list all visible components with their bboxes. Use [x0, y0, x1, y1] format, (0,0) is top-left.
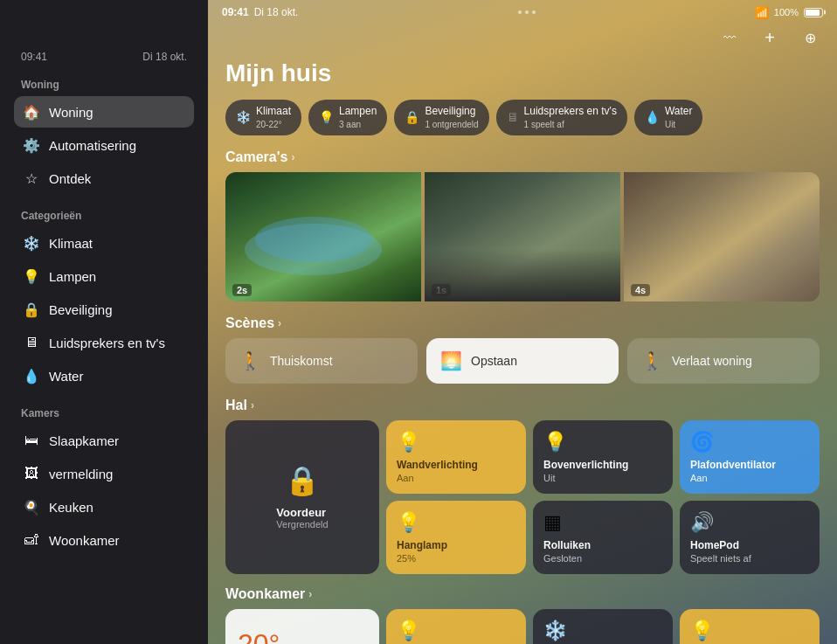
chip-icon-klimaat: ❄️: [236, 110, 251, 124]
cameras-header[interactable]: Camera's ›: [225, 149, 820, 165]
sidebar-item-vermelding[interactable]: 🖼vermelding: [14, 458, 194, 489]
sidebar-item-beveiliging[interactable]: 🔒Beveiliging: [14, 294, 194, 325]
waveform-button[interactable]: 〰: [716, 24, 743, 51]
devices-grid-hal: 🔒 Voordeur Vergrendeld 💡 Wandverlichting…: [225, 420, 820, 575]
device-icon-rolluiken: ▦: [543, 511, 662, 534]
sidebar-item-woning[interactable]: 🏠Woning: [14, 96, 194, 128]
camera-time-1: 2s: [232, 284, 252, 296]
device-status-homepod: Speelt niets af: [690, 553, 809, 564]
chip-text-water: WaterUit: [665, 105, 693, 130]
sidebar-section-label-categorieën: Categorieën: [14, 210, 194, 222]
device-name-voordeur: Voordeur: [276, 506, 328, 519]
add-button[interactable]: +: [757, 24, 783, 51]
device-card-plafondventilator[interactable]: 🌀 Plafondventilator Aan: [680, 420, 820, 494]
device-icon-wandverlichting: 💡: [397, 431, 515, 454]
device-card-accentverlichting[interactable]: 💡 Accentverlichting Uit: [680, 609, 820, 644]
sidebar-label-woning: Woning: [49, 105, 93, 120]
room-label-woonkamer: Woonkamer: [225, 586, 305, 602]
status-bar: 09:41 Di 18 okt. 📶 100%: [208, 0, 837, 24]
chip-water[interactable]: 💧WaterUit: [634, 100, 703, 135]
status-right: 📶 100%: [755, 6, 823, 19]
device-name-homepod: HomePod: [690, 539, 809, 551]
sidebar-label-woonkamer: Woonkamer: [49, 533, 120, 548]
scene-card-thuiskomst[interactable]: 🚶Thuiskomst: [225, 338, 418, 384]
device-icon-voordeur: 🔒: [285, 464, 320, 497]
main-scrollable: Mijn huis ❄️Klimaat20-22°💡Lampen3 aan🔒Be…: [208, 0, 837, 644]
sidebar-date: Di 18 okt.: [142, 51, 187, 63]
dot3: [532, 10, 536, 14]
camera-thumb-2[interactable]: 1s: [425, 172, 620, 301]
sidebar-item-water[interactable]: 💧Water: [14, 360, 194, 391]
devices-grid-woonkamer: 20° Thermostaat Heating to 21 💡 Plafondl…: [225, 609, 820, 644]
scenes-header[interactable]: Scènes ›: [225, 315, 820, 331]
device-card-wandverlichting[interactable]: 💡 Wandverlichting Aan: [386, 420, 526, 494]
scenes-section: Scènes › 🚶Thuiskomst🌅Opstaan🚶Verlaat won…: [225, 315, 820, 384]
device-card-voordeur[interactable]: 🔒 Voordeur Vergrendeld: [225, 420, 379, 575]
sidebar-icon-luidsprekers: 🖥: [23, 334, 40, 351]
chip-klimaat[interactable]: ❄️Klimaat20-22°: [225, 100, 301, 135]
more-button[interactable]: ⊕: [797, 24, 823, 51]
chip-beveiliging[interactable]: 🔒Beveiliging1 ontgrendeld: [394, 100, 488, 135]
scene-icon-verlaat: 🚶: [641, 350, 663, 371]
device-icon-plafondventilator: 🌀: [690, 431, 809, 454]
top-actions: 〰 + ⊕: [716, 24, 823, 51]
device-card-hanglamp[interactable]: 💡 Hanglamp 25%: [386, 501, 526, 574]
device-card-rolluiken[interactable]: ▦ Rolluiken Gesloten: [533, 501, 673, 574]
sidebar-icon-slaapkamer: 🛏: [23, 432, 40, 449]
chip-icon-beveiliging: 🔒: [405, 110, 419, 124]
status-date: Di 18 okt.: [254, 6, 299, 18]
sidebar-item-klimaat[interactable]: ❄️Klimaat: [14, 227, 194, 259]
sidebar-item-woonkamer[interactable]: 🛋Woonkamer: [14, 524, 194, 556]
device-card-bovenverlichting[interactable]: 💡 Bovenverlichting Uit: [533, 420, 673, 494]
device-name-hanglamp: Hanglamp: [397, 539, 515, 551]
status-time-date: 09:41 Di 18 okt.: [222, 6, 298, 18]
status-time: 09:41: [222, 6, 249, 18]
chip-text-klimaat: Klimaat20-22°: [256, 105, 291, 130]
scene-card-opstaan[interactable]: 🌅Opstaan: [426, 338, 619, 384]
room-header-woonkamer[interactable]: Woonkamer›: [225, 586, 820, 602]
sidebar-label-vermelding: vermelding: [49, 467, 113, 481]
cameras-label: Camera's: [225, 149, 287, 165]
sidebar-item-slaapkamer[interactable]: 🛏Slaapkamer: [14, 425, 194, 456]
sidebar-item-automatisering[interactable]: ⚙️Automatisering: [14, 129, 194, 161]
sidebar-item-keuken[interactable]: 🍳Keuken: [14, 491, 194, 523]
sidebar-item-lampen[interactable]: 💡Lampen: [14, 260, 194, 292]
scene-card-verlaat[interactable]: 🚶Verlaat woning: [627, 338, 820, 384]
page-title: Mijn huis: [225, 59, 820, 87]
dot2: [525, 10, 529, 14]
sidebar-label-luidsprekers: Luidsprekers en tv's: [49, 336, 165, 350]
chip-lampen[interactable]: 💡Lampen3 aan: [308, 100, 387, 135]
sidebar-icon-lampen: 💡: [23, 267, 40, 285]
camera-overlay-2: [425, 249, 620, 301]
sidebar-item-luidsprekers[interactable]: 🖥Luidsprekers en tv's: [14, 327, 194, 358]
scene-label-thuiskomst: Thuiskomst: [270, 354, 333, 368]
device-card-plafondlicht[interactable]: 💡 Plafondlicht 90%: [386, 609, 526, 644]
sidebar-sections-container: Woning🏠Woning⚙️Automatisering☆OntdekCate…: [14, 79, 194, 556]
sidebar-label-automatisering: Automatisering: [49, 138, 136, 153]
room-header-hal[interactable]: Hal›: [225, 398, 820, 413]
category-chips: ❄️Klimaat20-22°💡Lampen3 aan🔒Beveiliging1…: [225, 100, 820, 135]
scenes-grid: 🚶Thuiskomst🌅Opstaan🚶Verlaat woning: [225, 338, 820, 384]
device-card-thermostaat[interactable]: 20° Thermostaat Heating to 21: [225, 609, 379, 644]
device-name-plafondventilator: Plafondventilator: [690, 459, 809, 471]
scene-icon-opstaan: 🌅: [440, 350, 462, 371]
camera-thumb-1[interactable]: 2s: [225, 172, 421, 301]
chip-luidsprekers[interactable]: 🖥Luidsprekers en tv's1 speelt af: [496, 100, 627, 135]
camera-thumb-3[interactable]: 4s: [624, 172, 820, 301]
device-status-plafondventilator: Aan: [690, 473, 809, 483]
sidebar-status: 09:41 Di 18 okt.: [14, 45, 194, 63]
device-icon-plafondlicht: 💡: [397, 620, 515, 642]
device-card-homepod[interactable]: 🔊 HomePod Speelt niets af: [680, 501, 820, 574]
scene-icon-thuiskomst: 🚶: [239, 350, 261, 371]
battery-fill: [806, 10, 820, 16]
chip-icon-water: 💧: [645, 110, 660, 124]
device-name-rolluiken: Rolluiken: [543, 539, 662, 551]
scenes-chevron: ›: [278, 317, 281, 329]
battery-bar: [804, 8, 823, 17]
device-icon-homepod: 🔊: [690, 511, 809, 534]
sidebar-item-ontdek[interactable]: ☆Ontdek: [14, 163, 194, 194]
chip-icon-luidsprekers: 🖥: [507, 110, 519, 124]
device-card-slimme-ventilator[interactable]: ❄️ Slimme ventilator Uit: [533, 609, 673, 644]
room-section-hal: Hal› 🔒 Voordeur Vergrendeld 💡 Wandverlic…: [225, 398, 820, 575]
sidebar-icon-klimaat: ❄️: [23, 234, 40, 252]
